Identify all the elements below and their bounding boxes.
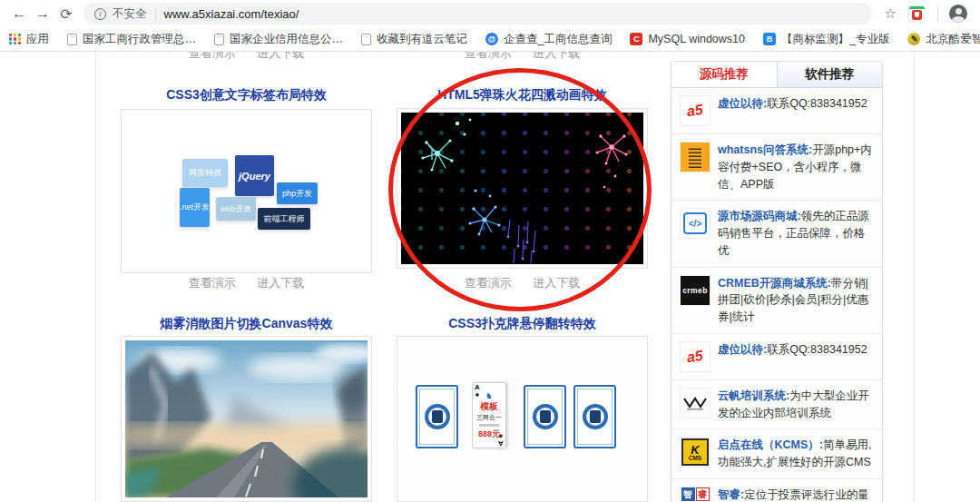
bookmarks-bar: 应用 国家工商行政管理总… 国家企业信用信息公… 收藏到有道云笔记 @ 企查查_… xyxy=(0,27,980,51)
poker-card-back xyxy=(573,385,616,448)
browser-chrome: ← → ⟳ i 不安全 www.a5xiazai.com/texiao/ ☆ 应… xyxy=(0,0,980,52)
bookmark-item[interactable]: 收藏到有道云笔记 xyxy=(361,32,467,47)
content-left-border xyxy=(95,52,96,502)
sidebar-item-a5-1[interactable]: a5 虚位以待:联系QQ:838341952 xyxy=(671,88,882,134)
tag-box-php: php开发 xyxy=(277,182,318,204)
tag-box-dotnet: .net开发 xyxy=(180,188,210,227)
view-demo-link[interactable]: 查看演示 xyxy=(189,276,236,290)
sidebar-item-zhirui[interactable]: 智 睿 软 件 智睿:定位于投票评选行业的量身开发，打造行业的领先服务评选品牌 xyxy=(671,479,882,502)
card-links-css3-tags: 查看演示 进入下载 xyxy=(121,275,372,291)
poker-small-text-bar xyxy=(479,424,499,427)
tab-software-recommend[interactable]: 软件推荐 xyxy=(778,62,883,87)
tag-box-web: web开发 xyxy=(216,197,256,221)
recommend-panel: 源码推荐 软件推荐 a5 虚位以待:联系QQ:838341952 whatsns… xyxy=(671,61,883,502)
toolbar-separator xyxy=(937,6,938,22)
kcms-logo-icon: K CMS xyxy=(680,437,710,468)
poker-card-face: A♠ ♞ 模板 三网合一 888元 A♠ xyxy=(472,382,506,448)
card-title-css3-tags[interactable]: CSS3创意文字标签布局特效 xyxy=(121,87,372,103)
card-title-smoke-canvas[interactable]: 烟雾消散图片切换Canvas特效 xyxy=(121,316,372,332)
whatsns-logo-icon xyxy=(680,142,710,172)
page-icon xyxy=(214,34,224,45)
tag-box-jquery: jQuery xyxy=(235,155,274,196)
bookmark-item[interactable]: ✎ 北京酷爱智慧知识产… xyxy=(907,32,980,47)
bookmark-item[interactable]: 国家企业信用信息公… xyxy=(214,32,343,47)
info-icon[interactable]: i xyxy=(94,8,106,20)
sidebar-item-yuanshichang[interactable]: </> 源市场源码商城:领先的正品源码销售平台，正品保障，价格优 xyxy=(671,201,882,267)
a5-logo-icon: a5 xyxy=(680,95,710,126)
sidebar-item-whatsns[interactable]: whatsns问答系统:开源php+内容付费+SEO，含小程序，微信、APP版 xyxy=(671,134,882,201)
sidebar-item-kcms[interactable]: K CMS 启点在线（KCMS）:简单易用,功能强大,扩展性好的开源CMS xyxy=(671,429,882,479)
profile-avatar[interactable] xyxy=(949,5,967,23)
bookmark-item[interactable]: B 【商标监测】_专业版 xyxy=(763,32,889,47)
address-bar[interactable]: i 不安全 www.a5xiazai.com/texiao/ xyxy=(83,3,872,25)
kuai-favicon: ✎ xyxy=(907,33,920,45)
bookmark-item[interactable]: 国家工商行政管理总… xyxy=(67,32,196,47)
yunfan-logo-icon xyxy=(680,388,710,418)
apps-button[interactable]: 应用 xyxy=(9,32,49,47)
thumbnail-poker-flip[interactable]: A♠ ♞ 模板 三网合一 888元 A♠ xyxy=(397,336,648,502)
apps-grid-icon xyxy=(9,34,21,45)
code-window-icon: </> xyxy=(680,208,710,239)
tab-source-recommend[interactable]: 源码推荐 xyxy=(671,62,778,87)
download-link[interactable]: 进入下载 xyxy=(257,276,304,290)
landscape-image xyxy=(125,340,368,497)
crmeb-logo-icon: crmeb xyxy=(680,275,710,306)
mysql-favicon: C xyxy=(630,33,642,45)
trademark-favicon: B xyxy=(763,33,776,45)
tag-box: 网页特效 xyxy=(182,159,228,187)
thumbnail-smoke-canvas[interactable] xyxy=(121,336,372,502)
qichacha-favicon: @ xyxy=(485,33,498,45)
sidebar-item-yunfan[interactable]: 云帆培训系统:为中大型企业开发的企业内部培训系统 xyxy=(671,380,882,430)
bookmark-item[interactable]: C MySQL windows10 xyxy=(630,33,745,45)
poker-card-back xyxy=(416,385,458,448)
sidebar-item-crmeb[interactable]: crmeb CRMEB开源商城系统:带分销|拼团|砍价|秒杀|会员|积分|优惠券… xyxy=(671,268,882,334)
page-icon xyxy=(67,34,77,45)
reload-button[interactable]: ⟳ xyxy=(54,2,78,25)
extension-icon[interactable] xyxy=(909,6,925,22)
bookmark-item[interactable]: @ 企查查_工商信息查询 xyxy=(485,32,612,47)
thumbnail-css3-tags[interactable]: 网页特效 jQuery php开发 .net开发 web开发 前端工程师 xyxy=(121,109,372,273)
poker-card-back xyxy=(524,385,566,448)
url-text: www.a5xiazai.com/texiao/ xyxy=(164,7,299,21)
bookmark-star-icon[interactable]: ☆ xyxy=(885,5,897,22)
security-label: 不安全 xyxy=(113,6,147,22)
page-icon xyxy=(361,34,371,45)
back-button[interactable]: ← xyxy=(7,2,31,25)
poker-text-1: 模板 xyxy=(473,400,505,413)
a5-logo-icon: a5 xyxy=(680,341,710,372)
content-right-border xyxy=(914,52,915,502)
highlight-ellipse xyxy=(388,68,652,311)
poker-text-2: 三网合一 xyxy=(473,413,505,422)
address-separator xyxy=(155,8,156,20)
forward-button[interactable]: → xyxy=(31,2,54,25)
sidebar-item-a5-2[interactable]: a5 虚位以待:联系QQ:838341952 xyxy=(671,334,882,380)
tag-box-frontend: 前端工程师 xyxy=(258,208,310,230)
zhirui-logo-icon: 智 睿 软 件 xyxy=(680,487,710,502)
card-title-poker-flip[interactable]: CSS3扑克牌悬停翻转特效 xyxy=(397,316,648,332)
